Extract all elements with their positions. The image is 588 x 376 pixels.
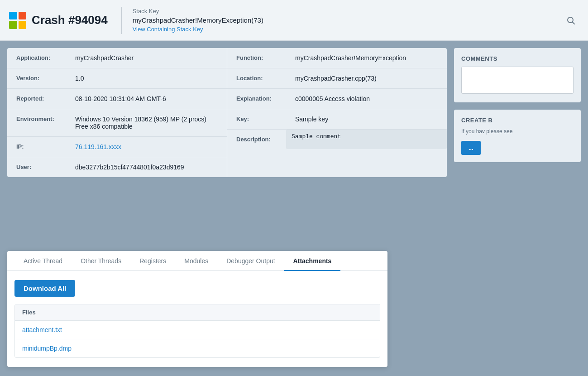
table-row: Reported:08-10-2020 10:31:04 AM GMT-6 [7, 89, 227, 109]
details-left-table: Application:myCrashpadCrasherVersion:1.0… [7, 48, 227, 177]
files-header: Files [15, 304, 380, 321]
field-label: Location: [227, 68, 286, 89]
details-right-table: Function:myCrashpadCrasher!MemoryExcepti… [227, 48, 447, 149]
tab-attachments[interactable]: Attachments [284, 251, 341, 271]
field-label: Version: [7, 68, 66, 89]
comment-input[interactable] [461, 67, 574, 94]
stack-key-label: Stack Key [133, 8, 263, 14]
files-section: Files attachment.txtminidumpBp.dmp [14, 304, 380, 358]
details-right: Function:myCrashpadCrasher!MemoryExcepti… [227, 48, 447, 177]
table-row: Application:myCrashpadCrasher [7, 48, 227, 68]
tabs-panel: Active ThreadOther ThreadsRegistersModul… [7, 251, 387, 367]
table-row: Function:myCrashpadCrasher!MemoryExcepti… [227, 48, 447, 68]
comments-card: COMMENTS [454, 48, 581, 102]
tab-other-threads[interactable]: Other Threads [72, 251, 130, 271]
field-value: Sample key [286, 109, 447, 130]
tab-debugger-output[interactable]: Debugger Output [217, 251, 284, 271]
download-all-button[interactable]: Download All [14, 280, 75, 297]
crash-title: Crash #94094 [32, 13, 108, 27]
file-item[interactable]: attachment.txt [15, 321, 380, 339]
field-value: c0000005 Access violation [286, 89, 447, 109]
field-label: Function: [227, 48, 286, 68]
stack-key-section: Stack Key myCrashpadCrasher!MemoryExcept… [133, 8, 263, 33]
table-row: Environment:Windows 10 Version 18362 (95… [7, 109, 227, 137]
windows-logo-icon [9, 12, 26, 29]
file-item[interactable]: minidumpBp.dmp [15, 339, 380, 357]
details-left: Application:myCrashpadCrasherVersion:1.0… [7, 48, 227, 177]
search-icon [566, 16, 575, 25]
field-label: Application: [7, 48, 66, 68]
search-button[interactable] [563, 12, 579, 29]
create-bug-title: CREATE B [461, 117, 574, 124]
field-label: Description: [227, 130, 286, 149]
table-row: Location:myCrashpadCrasher.cpp(73) [227, 68, 447, 89]
field-label: IP: [7, 137, 66, 157]
table-row: Description:Sample comment [227, 130, 447, 149]
view-containing-stack-link[interactable]: View Containing Stack Key [133, 26, 263, 33]
tab-registers[interactable]: Registers [130, 251, 175, 271]
tab-modules[interactable]: Modules [175, 251, 217, 271]
logo-section: Crash #94094 [9, 12, 108, 29]
header-divider [121, 7, 122, 34]
create-bug-button[interactable]: ... [461, 141, 481, 155]
table-row: Version:1.0 [7, 68, 227, 89]
field-value: dbe3277b2b15cf47744801f0a23d9169 [66, 157, 227, 178]
field-value: 1.0 [66, 68, 227, 89]
table-row: IP:76.119.161.xxxx [7, 137, 227, 157]
field-label: Explanation: [227, 89, 286, 109]
table-row: Explanation:c0000005 Access violation [227, 89, 447, 109]
field-label: Reported: [7, 89, 66, 109]
create-bug-card: CREATE B If you hav please see ... [454, 110, 581, 162]
main-content: Application:myCrashpadCrasherVersion:1.0… [0, 41, 588, 184]
field-value: Sample comment [286, 130, 447, 149]
details-two-col: Application:myCrashpadCrasherVersion:1.0… [7, 48, 447, 177]
field-value: myCrashpadCrasher [66, 48, 227, 68]
create-bug-text: If you hav please see [461, 127, 574, 135]
crash-details-card: Application:myCrashpadCrasherVersion:1.0… [7, 48, 447, 177]
tabs-header: Active ThreadOther ThreadsRegistersModul… [7, 251, 387, 271]
comments-title: COMMENTS [461, 55, 574, 62]
stack-key-value: myCrashpadCrasher!MemoryException(73) [133, 16, 263, 24]
table-row: User:dbe3277b2b15cf47744801f0a23d9169 [7, 157, 227, 178]
field-label: User: [7, 157, 66, 178]
right-sidebar: COMMENTS CREATE B If you hav please see … [454, 48, 581, 177]
field-value: myCrashpadCrasher.cpp(73) [286, 68, 447, 89]
field-label: Environment: [7, 109, 66, 137]
field-label: Key: [227, 109, 286, 130]
table-row: Key:Sample key [227, 109, 447, 130]
svg-line-1 [573, 22, 575, 24]
files-list: attachment.txtminidumpBp.dmp [15, 321, 380, 357]
tab-active-thread[interactable]: Active Thread [14, 251, 72, 271]
field-value: myCrashpadCrasher!MemoryException [286, 48, 447, 68]
field-value: 08-10-2020 10:31:04 AM GMT-6 [66, 89, 227, 109]
field-value[interactable]: 76.119.161.xxxx [66, 137, 227, 157]
app-header: Crash #94094 Stack Key myCrashpadCrasher… [0, 0, 588, 41]
tabs-content: Download All Files attachment.txtminidum… [7, 271, 387, 367]
field-value: Windows 10 Version 18362 (959) MP (2 pro… [66, 109, 227, 137]
